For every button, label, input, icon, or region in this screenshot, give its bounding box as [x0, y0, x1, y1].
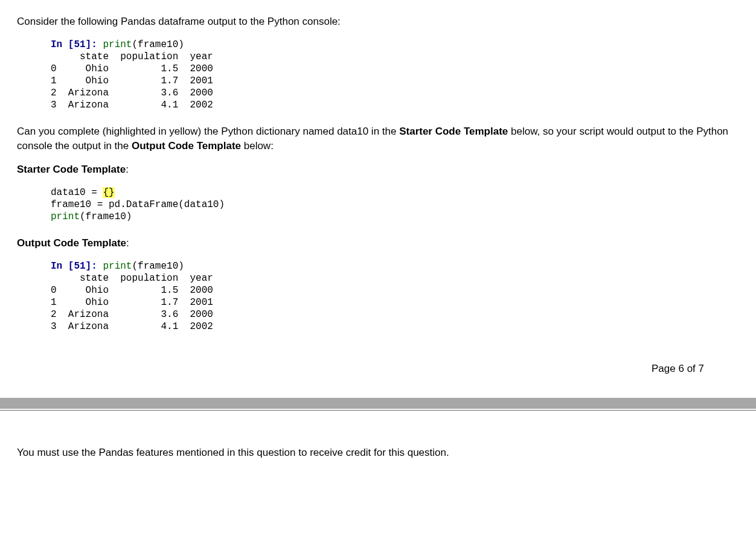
df-row: 2 Arizona 3.6 2000	[51, 88, 213, 98]
fn-name: print	[51, 211, 80, 222]
in-number: 51	[74, 39, 85, 50]
output-heading: Output Code Template:	[17, 236, 739, 251]
df-row: 1 Ohio 1.7 2001	[51, 297, 213, 308]
starter-line3-rest: (frame10)	[80, 211, 132, 222]
intro-text: Consider the following Pandas dataframe …	[17, 14, 739, 29]
starter-code-block: data10 = {} frame10 = pd.DataFrame(data1…	[51, 187, 739, 223]
console-output-bottom: In [51]: print(frame10) state population…	[51, 260, 739, 333]
df-header: state population year	[51, 51, 213, 62]
fn-name: print	[103, 39, 132, 50]
output-heading-label: Output Code Template	[17, 237, 126, 249]
in-close: ]:	[86, 261, 103, 272]
in-label: In [	[51, 39, 74, 50]
df-row: 0 Ohio 1.5 2000	[51, 285, 213, 296]
question-part: below:	[241, 140, 274, 152]
document-page-continued: You must use the Pandas features mention…	[0, 446, 756, 484]
divider-bar	[0, 398, 756, 409]
df-row: 3 Arizona 4.1 2002	[51, 321, 213, 332]
in-number: 51	[74, 261, 85, 272]
colon: :	[126, 164, 129, 175]
page-number: Page 6 of 7	[17, 363, 739, 375]
in-close: ]:	[86, 39, 103, 50]
in-label: In [	[51, 261, 74, 272]
question-strong-1: Starter Code Template	[399, 126, 508, 137]
call-rest: (frame10)	[132, 261, 184, 272]
starter-heading: Starter Code Template:	[17, 162, 739, 177]
question-part: Can you complete (highlighted in yellow)…	[17, 126, 399, 137]
df-header: state population year	[51, 273, 213, 284]
spacer	[0, 411, 756, 446]
footer-note: You must use the Pandas features mention…	[17, 446, 739, 460]
starter-line1-pre: data10 =	[51, 187, 103, 198]
document-page: Consider the following Pandas dataframe …	[0, 0, 756, 398]
call-rest: (frame10)	[132, 39, 184, 50]
df-row: 2 Arizona 3.6 2000	[51, 309, 213, 320]
df-row: 0 Ohio 1.5 2000	[51, 63, 213, 74]
console-output-top: In [51]: print(frame10) state population…	[51, 39, 739, 111]
starter-heading-label: Starter Code Template	[17, 164, 126, 175]
highlighted-braces: {}	[103, 187, 114, 198]
colon: :	[126, 237, 129, 249]
df-row: 3 Arizona 4.1 2002	[51, 100, 213, 110]
df-row: 1 Ohio 1.7 2001	[51, 75, 213, 86]
question-text: Can you complete (highlighted in yellow)…	[17, 124, 739, 153]
question-strong-2: Output Code Template	[132, 140, 241, 152]
starter-line2: frame10 = pd.DataFrame(data10)	[51, 199, 225, 210]
fn-name: print	[103, 261, 132, 272]
